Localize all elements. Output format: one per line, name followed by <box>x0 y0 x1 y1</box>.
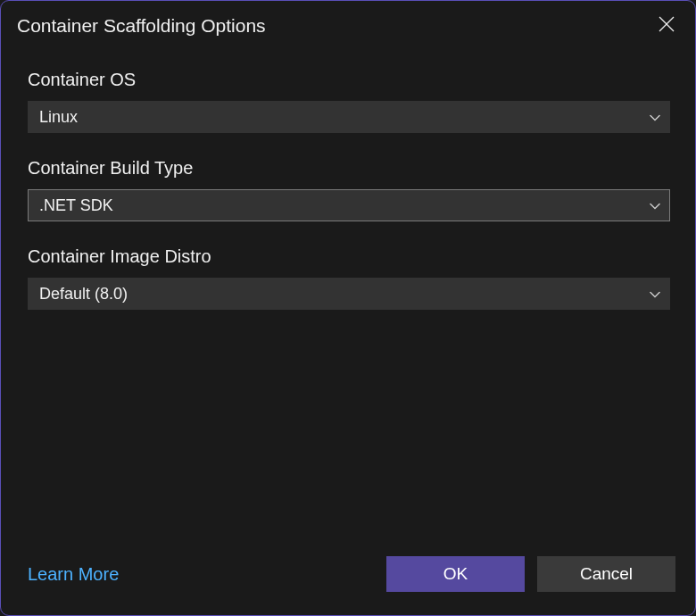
container-build-type-value: .NET SDK <box>39 196 113 215</box>
container-os-label: Container OS <box>28 70 670 90</box>
cancel-button[interactable]: Cancel <box>537 556 675 592</box>
close-button[interactable] <box>654 13 679 38</box>
container-image-distro-label: Container Image Distro <box>28 246 670 267</box>
container-image-distro-value: Default (8.0) <box>39 285 128 304</box>
chevron-down-icon <box>650 196 660 215</box>
titlebar: Container Scaffolding Options <box>1 1 695 47</box>
container-os-group: Container OS Linux <box>28 70 670 133</box>
container-build-type-label: Container Build Type <box>28 158 670 179</box>
container-build-type-group: Container Build Type .NET SDK <box>28 158 670 221</box>
close-icon <box>659 16 675 36</box>
ok-button[interactable]: OK <box>386 556 525 592</box>
container-image-distro-group: Container Image Distro Default (8.0) <box>28 246 670 310</box>
scaffolding-dialog: Container Scaffolding Options Container … <box>0 0 696 616</box>
learn-more-link[interactable]: Learn More <box>28 564 119 585</box>
container-image-distro-select[interactable]: Default (8.0) <box>28 278 670 310</box>
container-build-type-select[interactable]: .NET SDK <box>28 189 670 221</box>
chevron-down-icon <box>650 108 660 127</box>
chevron-down-icon <box>650 285 660 304</box>
dialog-content: Container OS Linux Container Build Type … <box>1 47 695 556</box>
dialog-footer: Learn More OK Cancel <box>1 556 695 615</box>
dialog-title: Container Scaffolding Options <box>17 15 266 37</box>
container-os-value: Linux <box>39 108 78 127</box>
container-os-select[interactable]: Linux <box>28 101 670 133</box>
